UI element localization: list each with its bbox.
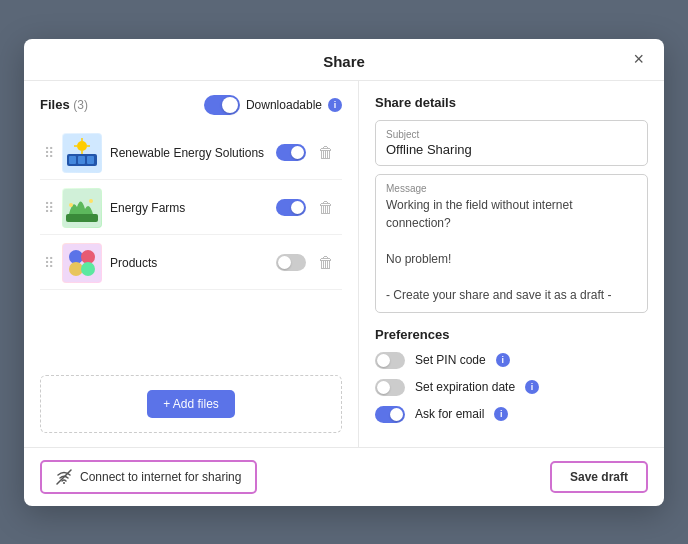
left-panel: Files (3) Downloadable i ⠿	[24, 81, 359, 447]
svg-rect-2	[69, 156, 76, 164]
pref-label-pin: Set PIN code	[415, 353, 486, 367]
delete-file-button[interactable]: 🗑	[314, 252, 338, 274]
file-thumbnail	[62, 188, 102, 228]
message-field: Message Working in the field without int…	[375, 174, 648, 313]
pin-info-icon[interactable]: i	[496, 353, 510, 367]
downloadable-info-icon[interactable]: i	[328, 98, 342, 112]
connect-internet-button[interactable]: Connect to internet for sharing	[40, 460, 257, 494]
modal-overlay: Share × Files (3) Downloadable i	[0, 0, 688, 544]
subject-label: Subject	[386, 129, 637, 140]
subject-value: Offline Sharing	[386, 142, 637, 157]
connect-label: Connect to internet for sharing	[80, 470, 241, 484]
file-name: Renewable Energy Solutions	[110, 146, 268, 160]
svg-rect-3	[78, 156, 85, 164]
drag-handle-icon[interactable]: ⠿	[44, 200, 54, 216]
modal-footer: Connect to internet for sharing Save dra…	[24, 447, 664, 506]
svg-point-5	[77, 141, 87, 151]
file-item: ⠿ Products 🗑	[40, 237, 342, 290]
file-toggle[interactable]	[276, 254, 306, 271]
modal-body: Files (3) Downloadable i ⠿	[24, 81, 664, 447]
pref-row-pin: Set PIN code i	[375, 352, 648, 369]
file-thumbnail	[62, 243, 102, 283]
pref-row-expiration: Set expiration date i	[375, 379, 648, 396]
svg-point-17	[69, 262, 83, 276]
close-button[interactable]: ×	[627, 48, 650, 70]
svg-point-12	[69, 203, 73, 207]
file-item: ⠿	[40, 127, 342, 180]
downloadable-row: Downloadable i	[204, 95, 342, 115]
wifi-icon	[56, 469, 72, 485]
pref-label-email: Ask for email	[415, 407, 484, 421]
save-draft-button[interactable]: Save draft	[550, 461, 648, 493]
email-info-icon[interactable]: i	[494, 407, 508, 421]
svg-point-16	[81, 250, 95, 264]
downloadable-label: Downloadable	[246, 98, 322, 112]
file-name: Products	[110, 256, 268, 270]
svg-point-19	[63, 482, 65, 484]
add-files-area: + Add files	[40, 375, 342, 433]
downloadable-toggle[interactable]	[204, 95, 240, 115]
drag-handle-icon[interactable]: ⠿	[44, 255, 54, 271]
modal-title: Share	[323, 53, 365, 70]
ask-email-toggle[interactable]	[375, 406, 405, 423]
preferences-label: Preferences	[375, 327, 648, 342]
message-text: Working in the field without internet co…	[386, 196, 637, 304]
file-thumbnail	[62, 133, 102, 173]
drag-handle-icon[interactable]: ⠿	[44, 145, 54, 161]
delete-file-button[interactable]: 🗑	[314, 197, 338, 219]
share-modal: Share × Files (3) Downloadable i	[24, 39, 664, 506]
right-panel: Share details Subject Offline Sharing Me…	[359, 81, 664, 447]
svg-point-18	[81, 262, 95, 276]
svg-rect-11	[66, 214, 98, 222]
expiration-info-icon[interactable]: i	[525, 380, 539, 394]
svg-point-15	[69, 250, 83, 264]
svg-point-13	[89, 199, 93, 203]
files-header: Files (3) Downloadable i	[40, 95, 342, 115]
files-count: (3)	[73, 98, 88, 112]
pref-row-email: Ask for email i	[375, 406, 648, 423]
file-name: Energy Farms	[110, 201, 268, 215]
svg-rect-14	[63, 244, 101, 282]
file-item: ⠿ Energy Farms 🗑	[40, 182, 342, 235]
svg-rect-4	[87, 156, 94, 164]
set-pin-toggle[interactable]	[375, 352, 405, 369]
add-files-button[interactable]: + Add files	[147, 390, 235, 418]
delete-file-button[interactable]: 🗑	[314, 142, 338, 164]
file-toggle[interactable]	[276, 144, 306, 161]
pref-label-expiration: Set expiration date	[415, 380, 515, 394]
files-title-group: Files (3)	[40, 97, 88, 112]
file-toggle[interactable]	[276, 199, 306, 216]
message-label: Message	[386, 183, 637, 194]
share-details-label: Share details	[375, 95, 648, 110]
file-list: ⠿	[40, 127, 342, 365]
modal-header: Share ×	[24, 39, 664, 81]
set-expiration-toggle[interactable]	[375, 379, 405, 396]
files-label: Files	[40, 97, 70, 112]
subject-field: Subject Offline Sharing	[375, 120, 648, 166]
